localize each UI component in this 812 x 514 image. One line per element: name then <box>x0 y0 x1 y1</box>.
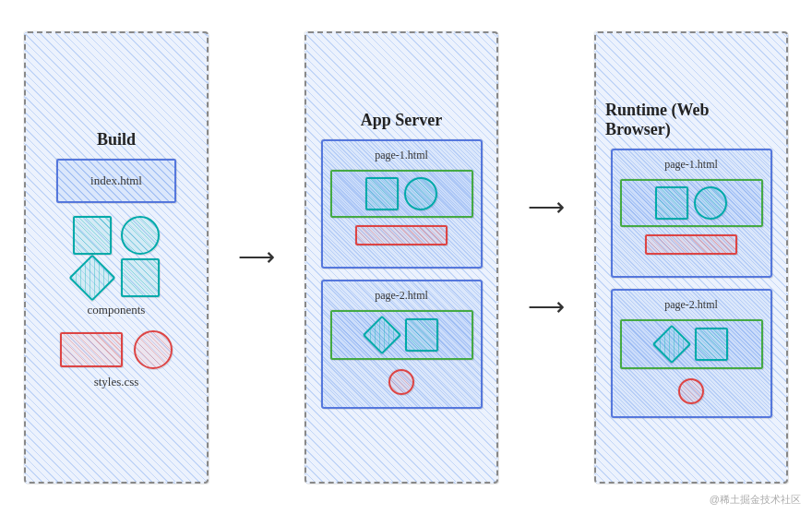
styles-circle <box>134 330 173 369</box>
runtime-p2-diamond <box>652 325 691 364</box>
server-page2-row1 <box>338 317 466 353</box>
arrow-symbol-2: ⟶ <box>528 195 565 221</box>
server-page2-card: page-2.html <box>321 280 483 409</box>
server-page1-inner <box>330 170 473 218</box>
runtime-p1-square <box>655 186 688 220</box>
runtime-p2-red-circle <box>678 378 704 404</box>
components-label: components <box>88 303 146 317</box>
build-section: Build index.html components <box>24 31 209 484</box>
runtime-p1-circle <box>694 186 727 220</box>
runtime-p2-square <box>695 328 728 361</box>
index-html-label: index.html <box>90 173 142 188</box>
server-p2-square <box>405 318 438 352</box>
arrow-symbol-3: ⟶ <box>528 294 565 320</box>
runtime-page2-inner <box>620 319 763 369</box>
runtime-page2-card: page-2.html <box>611 289 772 418</box>
runtime-page2-title: page-2.html <box>664 298 718 312</box>
components-row-2 <box>73 258 160 297</box>
runtime-title: Runtime (Web Browser) <box>605 101 777 139</box>
server-page-cards: page-1.html page-2.html <box>316 139 487 409</box>
server-p2-diamond <box>363 315 401 353</box>
server-page1-title: page-1.html <box>375 149 428 162</box>
comp-square-1 <box>73 216 112 255</box>
runtime-section: Runtime (Web Browser) page-1.html page-2… <box>594 31 788 484</box>
double-arrow-group: ⟶ ⟶ <box>528 195 565 320</box>
styles-row <box>60 330 173 369</box>
server-title: App Server <box>361 111 443 130</box>
build-items: index.html components <box>35 159 197 389</box>
styles-label: styles.css <box>94 375 139 389</box>
components-row <box>73 216 160 255</box>
comp-diamond <box>69 254 116 301</box>
arrow-build-to-server: ⟶ <box>238 31 275 484</box>
server-p2-red-circle <box>388 369 414 395</box>
comp-square-2 <box>121 258 160 297</box>
runtime-page-cards: page-1.html page-2.html <box>605 149 777 418</box>
build-title: Build <box>97 130 136 149</box>
runtime-page1-title: page-1.html <box>664 158 718 172</box>
server-page2-title: page-2.html <box>375 289 428 303</box>
arrow-symbol-1: ⟶ <box>238 245 275 270</box>
styles-rect <box>60 332 123 367</box>
server-p1-circle <box>404 177 437 210</box>
comp-circle <box>121 216 160 255</box>
arrows-server-to-runtime: ⟶ ⟶ <box>528 31 565 484</box>
server-p1-square <box>365 177 399 210</box>
runtime-page1-card: page-1.html <box>611 149 772 278</box>
runtime-page2-row1 <box>627 327 756 362</box>
server-page1-row1 <box>338 177 466 210</box>
runtime-p1-red-rect <box>645 234 737 255</box>
server-page1-card: page-1.html <box>321 139 483 269</box>
server-section: App Server page-1.html page-2.html <box>304 31 498 484</box>
diagram: Build index.html components <box>0 0 812 514</box>
watermark: @稀土掘金技术社区 <box>710 493 801 507</box>
index-html-box: index.html <box>56 159 176 203</box>
server-page2-inner <box>330 310 473 360</box>
server-p1-red-rect <box>355 225 448 245</box>
runtime-page1-row1 <box>627 186 756 220</box>
runtime-page1-inner <box>620 179 763 227</box>
